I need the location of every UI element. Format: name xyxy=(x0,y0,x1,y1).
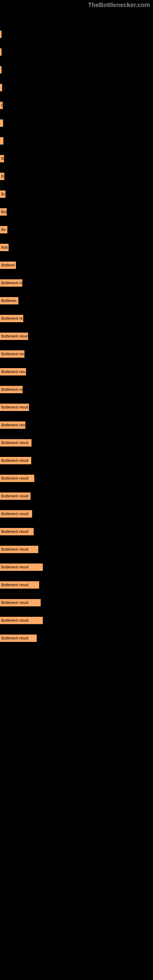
chart-bar[interactable]: Bott xyxy=(0,244,9,251)
bar-label: Bottlene xyxy=(1,263,15,267)
chart-bar[interactable]: Bottleneck result xyxy=(0,617,43,624)
bar-row: Bottleneck result xyxy=(0,635,153,642)
bar-row: Bott xyxy=(0,244,153,251)
chart-bar[interactable] xyxy=(0,48,2,56)
bar-row xyxy=(0,119,153,127)
bar-row xyxy=(0,30,153,38)
bar-label: Bottleneck result xyxy=(1,530,29,534)
watermark-text: TheBottlenecker.com xyxy=(88,2,150,9)
bar-row: Bottleneck result xyxy=(0,332,153,340)
bar-row: B xyxy=(0,173,153,180)
bar-label: Bottleneck result xyxy=(1,476,29,480)
bar-label: Bottleneck result xyxy=(1,494,29,498)
bar-label: Bottleneck re xyxy=(1,387,22,392)
bar-row xyxy=(0,84,153,91)
bar-row: Bottleneck result xyxy=(0,404,153,411)
bar-label: Bottleneck result xyxy=(1,458,29,463)
bar-label: Bottleneck resu xyxy=(1,370,26,374)
bar-label: Bot xyxy=(1,210,7,214)
bar-row: Bottleneck result xyxy=(0,475,153,482)
chart-bar[interactable]: Bottleneck result xyxy=(0,457,31,464)
bar-label: Bottleneck result xyxy=(1,618,29,623)
chart-bar[interactable]: Bottleneck result xyxy=(0,599,41,606)
bar-label: Bottleneck result xyxy=(1,583,29,587)
chart-bar[interactable]: B xyxy=(0,155,4,162)
bar-row: Bottleneck result xyxy=(0,581,153,589)
bar-row: Bottlenec xyxy=(0,297,153,304)
chart-bar[interactable]: Bo xyxy=(0,191,5,198)
bar-label: B xyxy=(1,156,4,161)
bar-row: Bottleneck result xyxy=(0,528,153,535)
bar-label: Bott xyxy=(1,245,8,250)
bar-row: B xyxy=(0,102,153,109)
bar-row: Bottleneck result xyxy=(0,617,153,624)
chart-bar[interactable]: Bottleneck result xyxy=(0,404,29,411)
chart-bar[interactable]: Bottleneck resu xyxy=(0,368,26,375)
bar-row xyxy=(0,137,153,145)
bar-row: Bottleneck res xyxy=(0,315,153,322)
chart-bar[interactable]: Bot xyxy=(0,208,7,216)
bar-label: B xyxy=(1,174,4,178)
bar-row: Bottleneck result xyxy=(0,457,153,464)
chart-bar[interactable]: Bottleneck result xyxy=(0,635,37,642)
bar-label: Bottleneck res xyxy=(1,317,23,321)
chart-bar[interactable]: Bottleneck result xyxy=(0,528,33,535)
bar-label: Bottlenec xyxy=(1,299,16,303)
bar-row: Bottleneck result xyxy=(0,599,153,606)
bar-label: Bottleneck resu xyxy=(1,423,26,427)
bar-label: Bottleneck res xyxy=(1,352,24,356)
chart-bar[interactable]: Bottleneck res xyxy=(0,350,24,358)
chart-bar[interactable]: Bottleneck result xyxy=(0,546,38,553)
bar-row: Bottleneck result xyxy=(0,510,153,517)
bar-label: B xyxy=(1,103,3,108)
bar-label: Bottleneck result xyxy=(1,441,29,445)
chart-bar[interactable]: Bottleneck resu xyxy=(0,422,26,429)
chart-bar[interactable]: B xyxy=(0,102,3,109)
bar-label: Bottleneck result xyxy=(1,334,28,339)
chart-bar[interactable] xyxy=(0,119,3,127)
bar-row: Bottleneck resu xyxy=(0,422,153,429)
bar-row: Bottleneck result xyxy=(0,563,153,571)
chart-bar[interactable]: Bottleneck result xyxy=(0,439,32,447)
chart-bar[interactable]: Bottleneck result xyxy=(0,475,34,482)
bar-row: Bottleneck result xyxy=(0,439,153,447)
bar-row: B xyxy=(0,155,153,162)
chart-bar[interactable]: Bottlene xyxy=(0,261,16,269)
chart-bar[interactable]: Bottleneck re xyxy=(0,279,22,286)
chart-bar[interactable]: Bottleneck result xyxy=(0,563,43,571)
chart-bar[interactable]: Bottleneck re xyxy=(0,386,22,393)
bar-row: Bottleneck result xyxy=(0,492,153,500)
bar-label: Bo xyxy=(1,228,6,232)
chart-bar[interactable] xyxy=(0,84,2,91)
chart-bar[interactable]: Bottleneck result xyxy=(0,332,28,340)
chart-bar[interactable] xyxy=(0,30,2,38)
bar-row: Bottleneck re xyxy=(0,279,153,286)
bar-row xyxy=(0,66,153,73)
chart-bar[interactable]: Bottleneck result xyxy=(0,492,30,500)
chart-bar[interactable]: Bottleneck result xyxy=(0,510,32,517)
bar-row: Bottleneck resu xyxy=(0,368,153,375)
bar-label: Bottleneck result xyxy=(1,512,29,516)
bar-label: Bottleneck result xyxy=(1,636,29,640)
bar-row: Bottlene xyxy=(0,261,153,269)
bar-label: Bottleneck result xyxy=(1,547,29,552)
bar-row: Bottleneck result xyxy=(0,546,153,553)
bar-label: Bottleneck re xyxy=(1,281,22,285)
bar-row: Bottleneck res xyxy=(0,350,153,358)
chart-container: BBBBoBotBoBottBottleneBottleneck reBottl… xyxy=(0,0,153,668)
bar-label: Bottleneck result xyxy=(1,405,29,409)
bar-row: Bot xyxy=(0,208,153,216)
bar-label: Bo xyxy=(1,192,5,196)
bar-row: Bottleneck re xyxy=(0,386,153,393)
chart-bar[interactable]: Bottleneck res xyxy=(0,315,23,322)
chart-bar[interactable]: Bottlenec xyxy=(0,297,18,304)
bar-row xyxy=(0,48,153,56)
chart-bar[interactable]: Bottleneck result xyxy=(0,581,39,589)
bar-label: Bottleneck result xyxy=(1,601,29,605)
bar-row: Bo xyxy=(0,191,153,198)
chart-bar[interactable] xyxy=(0,66,2,73)
chart-bar[interactable]: B xyxy=(0,173,4,180)
bar-row: Bo xyxy=(0,226,153,233)
chart-bar[interactable] xyxy=(0,137,3,145)
chart-bar[interactable]: Bo xyxy=(0,226,7,233)
